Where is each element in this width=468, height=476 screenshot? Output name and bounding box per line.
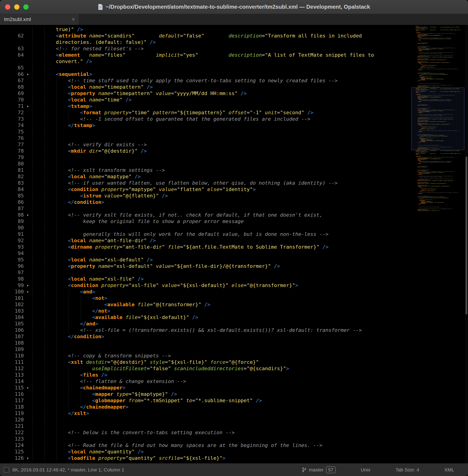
code-line[interactable]: 121	[0, 423, 411, 429]
code-line[interactable]: 122<!-- below is the convert-to-tabs set…	[0, 429, 411, 436]
code-line[interactable]: 92<local name="ant-file-dir" />	[0, 238, 411, 244]
fold-arrow-icon[interactable]: ▾	[24, 212, 31, 218]
code-line[interactable]: 109	[0, 346, 411, 353]
line-number[interactable]: 62	[0, 33, 24, 39]
code-line[interactable]: 96<property name="xsl-default" value="${…	[0, 263, 411, 269]
minimap[interactable]: true)" /><attribute name="scandirs" defa…	[411, 25, 465, 463]
tab-close-icon[interactable]: ×	[72, 16, 75, 22]
line-number[interactable]: 100	[0, 289, 24, 295]
code-line[interactable]: 103</not>	[0, 308, 411, 314]
code-line[interactable]: 79	[0, 154, 411, 161]
line-number[interactable]: 93	[0, 244, 24, 250]
line-number[interactable]: 75	[0, 129, 24, 135]
code-line[interactable]: 101<not>	[0, 295, 411, 301]
tab-tm2subl[interactable]: tm2subl.xml ×	[0, 14, 79, 25]
line-number[interactable]: 101	[0, 295, 24, 301]
line-number[interactable]: 111	[0, 359, 24, 365]
code-line[interactable]: 106<!-- xsl-file = (!transformer.exists(…	[0, 327, 411, 333]
line-number[interactable]: 87	[0, 205, 24, 212]
line-number[interactable]: 69	[0, 90, 24, 97]
line-number[interactable]	[0, 39, 24, 45]
code-line[interactable]: true)" />	[0, 26, 411, 33]
code-line[interactable]: convert." />	[0, 58, 411, 65]
line-number[interactable]: 105	[0, 321, 24, 327]
code-line[interactable]: 68<local name="timepattern" />	[0, 84, 411, 90]
line-number[interactable]: 117	[0, 397, 24, 404]
code-line[interactable]: 91 generally this will only work for the…	[0, 231, 411, 238]
code-line[interactable]: 102<available file="@{transformer}" />	[0, 301, 411, 308]
zoom-window-button[interactable]	[23, 4, 29, 10]
line-number[interactable]: 77	[0, 141, 24, 148]
line-number[interactable]: 68	[0, 84, 24, 90]
code-line[interactable]: 63<!-- for nested fileset's -->	[0, 45, 411, 52]
line-number[interactable]: 114	[0, 378, 24, 385]
code-line[interactable]: 80	[0, 161, 411, 167]
code-line[interactable]: 85<istrue value="@{flatten}" />	[0, 193, 411, 199]
code-line[interactable]: 89 keep the original file to show a prop…	[0, 218, 411, 225]
fold-arrow-icon[interactable]: ▾	[24, 282, 31, 289]
code-line[interactable]: 123	[0, 436, 411, 442]
code-line[interactable]: 124<!-- Read the file & find out how man…	[0, 442, 411, 448]
fold-arrow-icon[interactable]: ▾	[24, 455, 31, 461]
code-line[interactable]: 87	[0, 205, 411, 212]
line-number[interactable]: 106	[0, 327, 24, 333]
code-line[interactable]: 73<!-- -1 second offset to guarantee tha…	[0, 116, 411, 122]
line-number[interactable]: 125	[0, 448, 24, 455]
code-line[interactable]: 77<!-- verify dir exists -->	[0, 141, 411, 148]
line-number[interactable]: 67	[0, 77, 24, 84]
code-line[interactable]: 78<mkdir dir="@{destdir}" />	[0, 148, 411, 154]
code-line[interactable]: 105</and>	[0, 321, 411, 327]
line-ending-indicator[interactable]: Unix	[361, 467, 370, 473]
fold-arrow-icon[interactable]: ▾	[24, 385, 31, 391]
line-number[interactable]: 104	[0, 314, 24, 321]
line-number[interactable]: 120	[0, 417, 24, 423]
line-number[interactable]: 86	[0, 199, 24, 205]
line-number[interactable]: 91	[0, 231, 24, 238]
line-number[interactable]: 95	[0, 257, 24, 263]
line-number[interactable]: 113	[0, 372, 24, 378]
code-line[interactable]: 108	[0, 340, 411, 346]
code-line[interactable]: 118</chainedmapper>	[0, 404, 411, 410]
line-number[interactable]: 112	[0, 365, 24, 372]
code-line[interactable]: 69<property name="timepattern" value="yy…	[0, 90, 411, 97]
line-number[interactable]: 90	[0, 225, 24, 231]
line-number[interactable]: 94	[0, 250, 24, 257]
code-line[interactable]: 64<element name="files" implicit="yes" d…	[0, 52, 411, 58]
line-number[interactable]: 126	[0, 455, 24, 461]
fold-arrow-icon[interactable]: ▾	[24, 289, 31, 295]
code-line[interactable]: 90	[0, 225, 411, 231]
line-number[interactable]: 84	[0, 186, 24, 193]
code-line[interactable]: 82<local name="maptype" />	[0, 173, 411, 180]
code-line[interactable]: 111<xslt destdir="@{destdir}" style="${x…	[0, 359, 411, 365]
code-line[interactable]: 70<local name="time" />	[0, 97, 411, 103]
line-number[interactable]: 89	[0, 218, 24, 225]
code-line[interactable]: 99▾<condition property="xsl-file" value=…	[0, 282, 411, 289]
syntax-indicator[interactable]: XML	[444, 467, 454, 473]
line-number[interactable]: 119	[0, 410, 24, 417]
line-number[interactable]: 103	[0, 308, 24, 314]
minimap-viewport[interactable]	[411, 87, 464, 150]
line-number[interactable]: 71	[0, 103, 24, 110]
code-line[interactable]: 72<format property="time" pattern="${tim…	[0, 110, 411, 116]
line-number[interactable]: 82	[0, 173, 24, 180]
line-number[interactable]: 118	[0, 404, 24, 410]
code-line[interactable]: 116<mapper type="${maptype}" />	[0, 391, 411, 397]
line-number[interactable]: 74	[0, 122, 24, 129]
fold-arrow-icon[interactable]: ▾	[24, 71, 31, 77]
line-number[interactable]: 80	[0, 161, 24, 167]
line-number[interactable]: 99	[0, 282, 24, 289]
code-line[interactable]: 81<!-- xslt transform settings -->	[0, 167, 411, 173]
line-number[interactable]: 70	[0, 97, 24, 103]
line-number[interactable]: 79	[0, 154, 24, 161]
code-line[interactable]: 83<!-- if user wanted flatten, use flatt…	[0, 180, 411, 186]
code-line[interactable]: 104<available file="${xsl-default}" />	[0, 314, 411, 321]
line-number[interactable]: 64	[0, 52, 24, 58]
line-number[interactable]: 76	[0, 135, 24, 141]
code-line[interactable]: 112useImplicitFileset="false" scaninclud…	[0, 365, 411, 372]
code-line[interactable]: 65	[0, 65, 411, 71]
tab-size-indicator[interactable]: Tab Size: 4	[395, 467, 419, 473]
code-line[interactable]: 126▾<loadfile property="quantity" srcfil…	[0, 455, 411, 461]
line-number[interactable]: 83	[0, 180, 24, 186]
line-number[interactable]	[0, 26, 24, 33]
line-number[interactable]: 85	[0, 193, 24, 199]
